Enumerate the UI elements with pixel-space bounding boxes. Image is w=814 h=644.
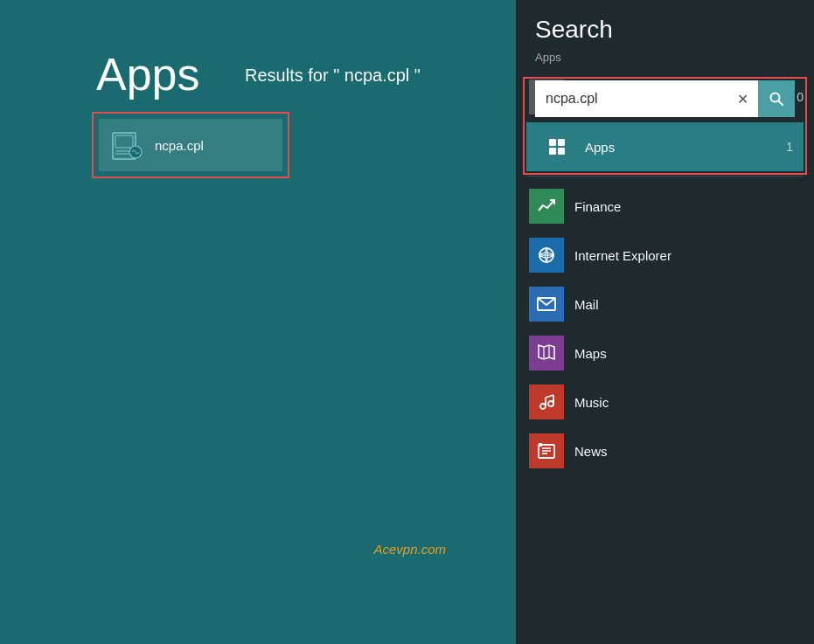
- svg-line-24: [546, 395, 553, 398]
- left-panel: Apps Results for " ncpa.cpl " ncpa.cpl A…: [0, 0, 516, 644]
- svg-line-6: [779, 101, 783, 106]
- search-title: Search: [516, 0, 814, 51]
- apps-icon: [539, 129, 574, 164]
- search-row-mail-label: Mail: [574, 297, 804, 312]
- divider: [526, 176, 804, 177]
- apps-heading: Apps: [96, 48, 200, 100]
- search-row-maps[interactable]: Maps: [516, 329, 814, 377]
- news-icon: [529, 433, 564, 468]
- svg-point-21: [548, 401, 553, 406]
- search-row-mail[interactable]: Mail: [516, 280, 814, 329]
- ncpa-icon: [106, 124, 148, 166]
- search-row-news[interactable]: News: [516, 426, 814, 475]
- search-row-maps-label: Maps: [574, 346, 804, 361]
- search-clear-button[interactable]: ✕: [727, 80, 758, 117]
- search-go-button[interactable]: [758, 80, 795, 117]
- svg-marker-17: [539, 345, 554, 359]
- right-panel: Search Apps ✕: [516, 0, 814, 644]
- search-row-apps-count: 1: [786, 140, 793, 154]
- search-row-apps-label: Apps: [585, 140, 779, 155]
- svg-rect-29: [539, 443, 542, 447]
- svg-rect-8: [558, 139, 565, 146]
- svg-rect-1: [115, 135, 133, 148]
- search-row-finance-label: Finance: [574, 199, 804, 214]
- svg-rect-10: [558, 148, 565, 155]
- results-label: Results for " ncpa.cpl ": [245, 66, 421, 86]
- search-row-news-label: News: [574, 444, 804, 459]
- mail-icon: [529, 287, 564, 322]
- svg-rect-7: [549, 139, 556, 146]
- search-row-ie[interactable]: Internet Explorer: [516, 231, 814, 280]
- search-row-music-label: Music: [574, 395, 804, 410]
- ncpa-result-item[interactable]: ncpa.cpl: [99, 119, 282, 171]
- result-item-container: ncpa.cpl: [92, 112, 289, 178]
- search-box-container: ✕: [535, 80, 795, 117]
- ie-icon: [529, 238, 564, 273]
- search-row-music[interactable]: Music: [516, 377, 814, 426]
- search-row-apps[interactable]: Apps 1: [526, 122, 804, 171]
- search-highlight-border: ✕ Apps 1: [523, 77, 807, 175]
- result-item-label: ncpa.cpl: [155, 138, 204, 153]
- search-row-finance[interactable]: Finance: [516, 182, 814, 231]
- maps-icon: [529, 336, 564, 370]
- music-icon: [529, 384, 564, 419]
- search-category-label: Apps: [516, 51, 814, 69]
- watermark: Acevpn.com: [373, 542, 446, 557]
- finance-icon: [529, 189, 564, 224]
- svg-rect-9: [549, 148, 556, 155]
- search-row-ie-label: Internet Explorer: [574, 248, 804, 263]
- svg-point-20: [540, 404, 546, 409]
